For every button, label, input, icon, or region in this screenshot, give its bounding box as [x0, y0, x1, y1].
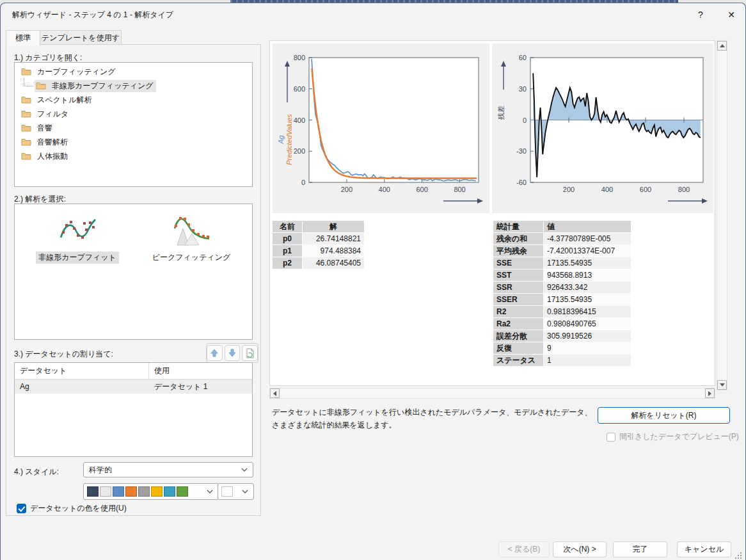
tree-item-selected[interactable]: 非線形カーブフィッティング	[15, 79, 252, 93]
use-dataset-colors-label: データセットの色を使用(U)	[30, 503, 127, 514]
value-column-header: 値	[544, 221, 631, 233]
dataset-name-cell: Ag	[15, 380, 149, 394]
up-triangle-icon	[720, 44, 725, 47]
row-value-cell: 1	[544, 355, 631, 367]
folder-icon	[21, 124, 31, 132]
dataset-table: データセット 使用 Agデータセット 1	[14, 362, 253, 457]
vertical-scrollbar[interactable]	[717, 40, 727, 390]
palette-swatches	[84, 486, 202, 497]
row-name-cell: SSER	[493, 294, 544, 306]
resize-grip[interactable]	[735, 551, 743, 559]
fit-chart-svg: 0200400600800200400600800AgPredictedValu…	[273, 44, 489, 213]
usage-column-header: 使用	[149, 363, 170, 379]
analysis-wizard-dialog: 解析ウィザード - ステップ 4 の 1 - 解析タイプ ? ✕ 標準 テンプレ…	[0, 3, 746, 560]
back-button[interactable]: < 戻る(B)	[498, 541, 550, 557]
down-triangle-icon	[720, 383, 725, 387]
y-axis-label-ag: Ag	[277, 134, 285, 144]
style-combobox[interactable]: 科学的	[83, 462, 253, 477]
up-arrow-icon	[210, 349, 218, 357]
row-value-cell: -7.420013374E-007	[544, 245, 631, 257]
tree-item-label: フィルタ	[35, 108, 71, 120]
analysis-item-nonlinear-curve-fit[interactable]: 非線形カーブフィット	[33, 213, 122, 339]
finish-button[interactable]: 完了	[613, 541, 667, 557]
next-button[interactable]: 次へ(N) >	[553, 541, 607, 557]
residual-chart: -60-3003060200400600800残差	[492, 44, 713, 213]
row-value-cell: 926433.342	[544, 282, 631, 294]
move-down-button[interactable]	[225, 345, 241, 361]
checkbox-checked-icon	[17, 504, 26, 513]
color-swatch	[138, 486, 150, 497]
row-value-cell: 974.488384	[303, 245, 365, 257]
row-value-cell: 0.9818396415	[544, 306, 631, 318]
help-button[interactable]: ?	[690, 6, 711, 24]
table-row: R20.9818396415	[493, 306, 631, 318]
row-value-cell: 46.08745405	[303, 257, 365, 269]
svg-text:0: 0	[523, 116, 527, 124]
move-up-button[interactable]	[207, 345, 223, 361]
close-button[interactable]: ✕	[721, 6, 742, 24]
tree-item-entry[interactable]: 音響解析	[15, 135, 252, 149]
right-triangle-icon	[708, 391, 711, 396]
svg-text:60: 60	[519, 54, 527, 61]
refresh-button[interactable]	[242, 345, 258, 361]
row-name-cell: p0	[273, 233, 303, 245]
reset-analysis-button[interactable]: 解析をリセット(R)	[598, 407, 730, 424]
tree-item-content: カーブフィッティング	[20, 66, 118, 78]
row-value-cell: 943568.8913	[544, 269, 631, 282]
palette-combobox[interactable]	[83, 483, 219, 500]
tree-item-entry[interactable]: 音響	[15, 121, 252, 135]
svg-text:600: 600	[640, 186, 651, 193]
scroll-down-button[interactable]	[717, 380, 727, 390]
color-swatch	[113, 486, 124, 497]
folder-icon	[21, 110, 31, 118]
tree-item-entry[interactable]: 人体振動	[15, 149, 252, 163]
scroll-right-button[interactable]	[705, 388, 715, 398]
description-text: データセットに非線形フィットを行い検出されたモデルパラメータ、モデルされたデータ…	[272, 406, 597, 431]
tree-item-label: 非線形カーブフィッティング	[49, 80, 156, 92]
category-tree: カーブフィッティング非線形カーブフィッティングスペクトル解析フィルタ音響音響解析…	[14, 62, 253, 187]
y-axis-label-residual: 残差	[497, 106, 505, 120]
value-column-header: 解	[303, 221, 365, 233]
svg-text:200: 200	[563, 186, 575, 193]
stats-table: 統計量値残余の和-4.37780789E-005平均残余-7.420013374…	[493, 221, 631, 367]
row-name-cell: ステータス	[493, 355, 544, 367]
fill-color-combobox[interactable]	[218, 483, 254, 500]
color-swatch	[164, 486, 175, 497]
chevron-down-icon	[236, 468, 253, 472]
row-value-cell: -4.37780789E-005	[544, 233, 631, 245]
tab-standard[interactable]: 標準	[6, 30, 40, 45]
row-name-cell: SSR	[493, 282, 544, 294]
tree-item-label: 音響	[35, 122, 55, 134]
chevron-down-icon	[237, 490, 253, 494]
analysis-item-label: 非線形カーブフィット	[36, 252, 119, 264]
tree-item-entry[interactable]: フィルタ	[15, 107, 252, 121]
y-axis-label-predicted: PredictedValues	[285, 114, 293, 165]
checkbox-unchecked-icon	[607, 433, 615, 442]
tree-item-entry[interactable]: スペクトル解析	[15, 93, 252, 107]
table-header-row: 統計量値	[493, 221, 631, 233]
color-swatch	[177, 486, 188, 497]
tab-use-template[interactable]: テンプレートを使用する	[40, 30, 122, 45]
scroll-left-button[interactable]	[270, 388, 280, 398]
row-value-cell: 26.74148821	[303, 233, 365, 245]
cancel-button[interactable]: キャンセル	[677, 541, 731, 557]
left-triangle-icon	[273, 391, 276, 396]
chevron-down-icon	[202, 490, 218, 494]
tree-item-entry[interactable]: カーブフィッティング	[15, 65, 252, 79]
row-name-cell: R2	[493, 306, 544, 318]
table-row: SSE17135.54935	[493, 257, 631, 269]
table-row: 残余の和-4.37780789E-005	[493, 233, 631, 245]
svg-text:400: 400	[294, 116, 305, 124]
horizontal-scrollbar[interactable]	[269, 388, 715, 399]
preview-decimated-checkbox[interactable]: 間引きしたデータでプレビュー(P)	[607, 431, 739, 442]
use-dataset-colors-checkbox[interactable]: データセットの色を使用(U)	[17, 503, 127, 514]
dataset-row[interactable]: Agデータセット 1	[15, 380, 252, 394]
tree-item-content: フィルタ	[20, 108, 71, 120]
down-arrow-icon	[228, 349, 236, 357]
analysis-item-peak-fitting[interactable]: ピークフィッティング	[147, 213, 236, 339]
titlebar: 解析ウィザード - ステップ 4 の 1 - 解析タイプ ? ✕	[1, 3, 745, 26]
table-row: 平均残余-7.420013374E-007	[493, 245, 631, 257]
scroll-up-button[interactable]	[717, 41, 727, 51]
table-row: 反復9	[493, 342, 631, 355]
svg-text:800: 800	[454, 186, 465, 193]
